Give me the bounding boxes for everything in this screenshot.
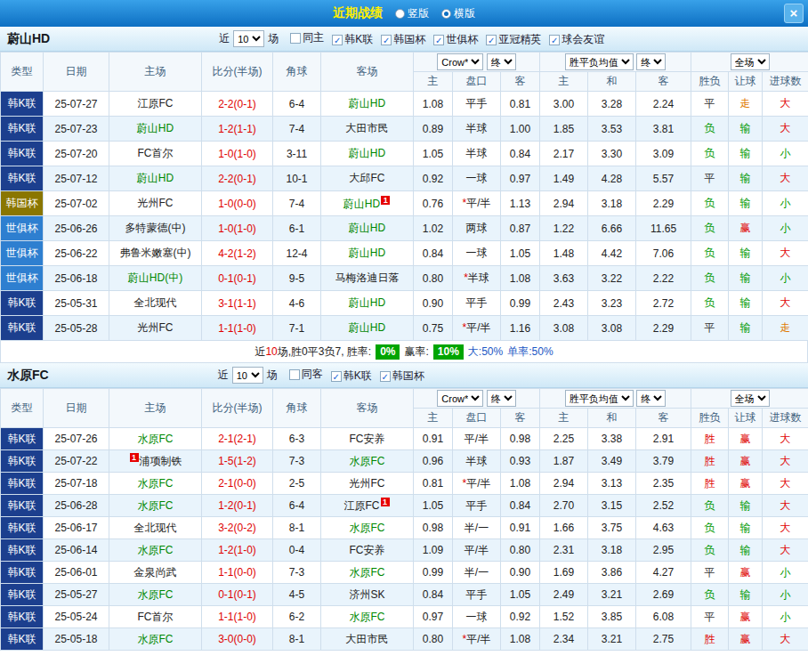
result-goals: 小 <box>763 216 808 241</box>
asia-away-odds: 0.99 <box>501 291 540 316</box>
asia-home-odds: 0.84 <box>414 241 453 266</box>
europe-time-select[interactable]: 终 <box>636 53 666 70</box>
result-goals: 小 <box>763 266 808 291</box>
filter-checkbox[interactable]: ✓球会友谊 <box>549 32 604 47</box>
europe-draw-odds: 3.86 <box>588 562 636 584</box>
radio-label: 竖版 <box>408 6 429 21</box>
europe-home-odds: 3.00 <box>540 92 588 117</box>
team-name-text: 蔚山HD <box>349 321 385 334</box>
asia-home-odds: 1.08 <box>414 92 453 117</box>
europe-away-odds: 2.52 <box>636 495 691 517</box>
asia-home-odds: 1.09 <box>414 539 453 562</box>
home-team: FC首尔 <box>109 142 202 166</box>
europe-home-odds: 3.08 <box>540 316 588 341</box>
odds-provider-select[interactable]: Crow* <box>437 53 483 70</box>
filter-checkbox[interactable]: ✓世俱杯 <box>433 32 478 47</box>
asia-home-odds: 0.96 <box>414 450 453 473</box>
col-type: 类型 <box>1 53 44 92</box>
scope-select[interactable]: 全场 <box>731 53 770 70</box>
col-eu-away: 客 <box>636 409 691 428</box>
result-header: 全场 <box>691 53 808 72</box>
league-type-badge: 韩国杯 <box>1 191 44 216</box>
corners: 9-5 <box>273 266 321 291</box>
col-handicap: 盘口 <box>453 409 501 428</box>
europe-draw-odds: 3.38 <box>588 428 636 450</box>
favorite-star: * <box>462 477 466 490</box>
europe-draw-odds: 3.23 <box>588 291 636 316</box>
layout-radio-group: 竖版横版 <box>383 6 475 21</box>
result-goals: 大 <box>763 450 808 473</box>
asia-home-odds: 0.89 <box>414 117 453 142</box>
match-date: 25-06-01 <box>44 562 109 584</box>
result-wdl: 负 <box>691 216 729 241</box>
checkbox-label: 亚冠精英 <box>498 32 541 47</box>
result-wdl: 负 <box>691 241 729 266</box>
result-goals: 大 <box>763 495 808 517</box>
result-handicap: 输 <box>729 142 763 166</box>
filter-checkbox[interactable]: ✓韩K联 <box>331 368 372 384</box>
result-wdl: 平 <box>691 606 729 628</box>
result-goals: 小 <box>763 191 808 216</box>
filter-checkbox[interactable]: ✓韩国杯 <box>380 368 424 384</box>
result-goals: 大 <box>763 517 808 539</box>
europe-home-odds: 1.48 <box>540 241 588 266</box>
match-row: 韩K联 25-05-18 水原FC 3-0(0-0) 8-1 大田市民 0.80… <box>1 628 808 651</box>
layout-radio-1[interactable]: 横版 <box>441 6 475 21</box>
result-wdl: 平 <box>691 92 729 117</box>
match-date: 25-06-18 <box>44 266 109 291</box>
filter-checkbox[interactable]: ✓韩国杯 <box>381 32 425 47</box>
odds-time-select[interactable]: 终 <box>487 390 516 407</box>
filter-checkbox[interactable]: ✓亚冠精英 <box>486 32 541 47</box>
result-goals: 大 <box>763 166 808 191</box>
home-team: 水原FC <box>109 584 202 606</box>
match-date: 25-06-26 <box>44 216 109 241</box>
home-team: 光州FC <box>109 316 202 341</box>
asia-away-odds: 0.91 <box>501 517 540 539</box>
europe-away-odds: 11.65 <box>636 216 691 241</box>
odds-provider-select[interactable]: Crow* <box>437 390 483 407</box>
league-type-badge: 韩K联 <box>1 562 44 584</box>
asia-handicap: 两球 <box>453 216 501 241</box>
corners: 6-2 <box>273 606 321 628</box>
home-team: 弗鲁米嫩塞(中) <box>109 241 202 266</box>
team-name-text: 江原FC <box>138 97 174 109</box>
europe-home-odds: 2.43 <box>540 291 588 316</box>
suwon-filters: 近 10 场 同客✓韩K联✓韩国杯 <box>218 367 424 384</box>
europe-away-odds: 2.35 <box>636 473 691 495</box>
europe-time-select[interactable]: 终 <box>636 390 666 407</box>
match-row: 世俱杯 25-06-18 蔚山HD(中) 0-1(0-1) 9-5 马梅洛迪日落… <box>1 266 808 291</box>
games-count-select[interactable]: 10 <box>233 30 264 47</box>
filter-checkbox[interactable]: 同客 <box>289 367 323 382</box>
layout-radio-0[interactable]: 竖版 <box>395 6 429 21</box>
europe-mode-select[interactable]: 胜平负均值 <box>565 390 634 407</box>
games-unit-label: 场 <box>268 31 279 46</box>
near-label: 近 <box>218 368 229 383</box>
checkbox-label: 韩K联 <box>343 368 372 384</box>
team-name-text: 水原FC <box>138 499 174 512</box>
europe-mode-select[interactable]: 胜平负均值 <box>565 53 634 70</box>
corners: 7-3 <box>273 450 321 473</box>
result-handicap: 输 <box>729 241 763 266</box>
europe-away-odds: 3.09 <box>636 142 691 166</box>
match-score: 2-1(2-1) <box>202 428 273 450</box>
europe-away-odds: 2.69 <box>636 584 691 606</box>
europe-away-odds: 2.29 <box>636 316 691 341</box>
home-team: 水原FC <box>109 495 202 517</box>
filter-checkbox[interactable]: ✓韩K联 <box>332 32 373 47</box>
games-count-select[interactable]: 10 <box>232 367 263 384</box>
asia-home-odds: 0.91 <box>414 428 453 450</box>
europe-home-odds: 1.87 <box>540 450 588 473</box>
checkbox-icon: ✓ <box>549 35 560 45</box>
filter-checkbox[interactable]: 同主 <box>290 30 324 45</box>
odds-time-select[interactable]: 终 <box>487 53 516 70</box>
team-name-text: 水原FC <box>138 588 174 601</box>
match-date: 25-06-28 <box>44 495 109 517</box>
match-date: 25-05-27 <box>44 584 109 606</box>
corners: 6-4 <box>273 495 321 517</box>
col-home: 主场 <box>109 53 202 92</box>
col-eu-draw: 和 <box>588 72 636 92</box>
profit-rate-label: 赢率: <box>404 344 428 360</box>
scope-select[interactable]: 全场 <box>731 390 770 407</box>
league-type-badge: 韩K联 <box>1 473 44 495</box>
close-button[interactable]: × <box>784 4 804 23</box>
